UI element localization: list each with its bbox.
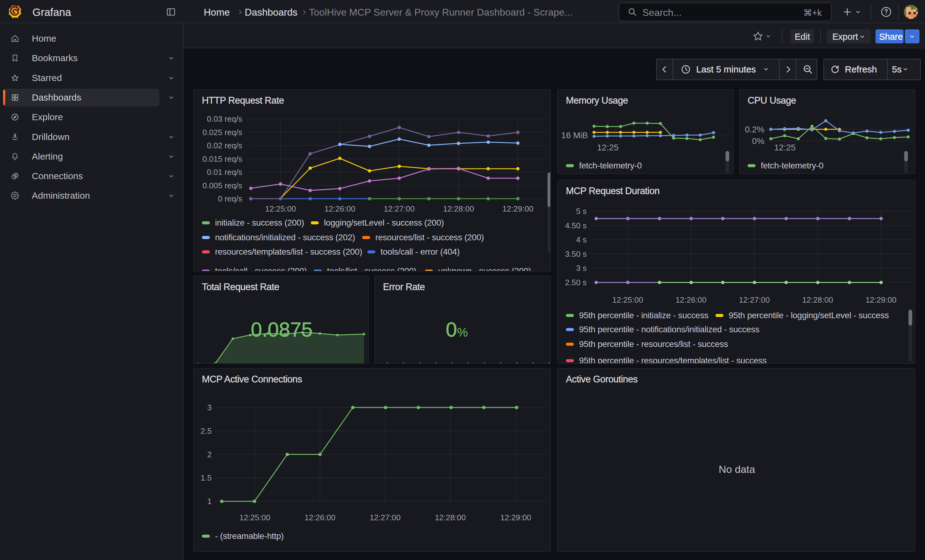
- svg-text:12:26:00: 12:26:00: [304, 513, 335, 522]
- svg-text:12:28:00: 12:28:00: [435, 513, 466, 522]
- svg-text:0.015 req/s: 0.015 req/s: [202, 155, 242, 164]
- svg-text:0.025 req/s: 0.025 req/s: [202, 128, 242, 137]
- svg-text:0.005 req/s: 0.005 req/s: [202, 181, 242, 190]
- svg-text:2.50 s: 2.50 s: [565, 278, 587, 287]
- svg-text:12:25: 12:25: [597, 143, 619, 152]
- svg-text:3: 3: [207, 403, 212, 412]
- svg-text:1.5: 1.5: [201, 473, 212, 482]
- svg-text:12:29:00: 12:29:00: [502, 204, 533, 213]
- svg-text:0.03 req/s: 0.03 req/s: [207, 114, 242, 123]
- svg-text:3 s: 3 s: [576, 263, 587, 273]
- svg-text:12:27:00: 12:27:00: [384, 204, 414, 213]
- svg-text:4.50 s: 4.50 s: [565, 221, 587, 230]
- svg-text:12:29:00: 12:29:00: [500, 513, 531, 522]
- svg-text:12:25: 12:25: [774, 143, 795, 152]
- svg-text:0%: 0%: [752, 136, 764, 146]
- svg-text:2: 2: [207, 450, 212, 459]
- svg-text:12:25:00: 12:25:00: [265, 204, 296, 213]
- svg-text:0.2%: 0.2%: [745, 125, 764, 134]
- svg-text:12:29:00: 12:29:00: [865, 295, 896, 305]
- svg-text:4 s: 4 s: [576, 235, 587, 244]
- svg-text:2.5: 2.5: [201, 426, 212, 435]
- svg-text:1: 1: [207, 497, 212, 506]
- svg-text:12:27:00: 12:27:00: [369, 513, 401, 522]
- svg-text:16 MiB: 16 MiB: [561, 131, 588, 140]
- svg-text:12:27:00: 12:27:00: [739, 295, 770, 305]
- svg-text:0 req/s: 0 req/s: [218, 194, 243, 203]
- svg-text:12:28:00: 12:28:00: [443, 204, 474, 213]
- svg-text:12:25:00: 12:25:00: [612, 295, 643, 305]
- svg-text:5 s: 5 s: [576, 207, 587, 216]
- svg-text:0.02 req/s: 0.02 req/s: [207, 141, 242, 150]
- svg-text:12:28:00: 12:28:00: [802, 295, 833, 305]
- svg-text:0.01 req/s: 0.01 req/s: [207, 168, 242, 177]
- svg-text:12:26:00: 12:26:00: [324, 204, 355, 213]
- svg-text:12:26:00: 12:26:00: [675, 295, 706, 305]
- svg-text:3.50 s: 3.50 s: [565, 249, 587, 258]
- svg-text:12:25:00: 12:25:00: [239, 513, 270, 522]
